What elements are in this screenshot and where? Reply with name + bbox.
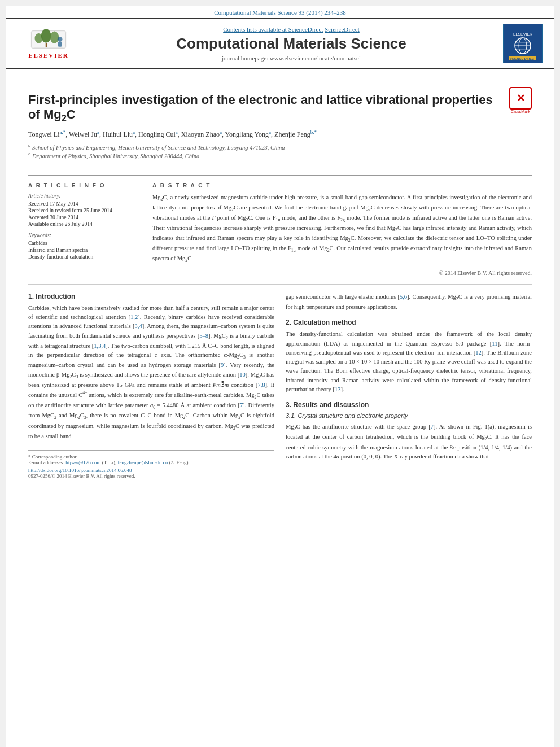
doi-link[interactable]: http://dx.doi.org/10.1016/j.commatsci.20… [28,468,274,473]
email-footnote: E-mail addresses: litjww@126.com (T. Li)… [28,460,274,465]
page: Computational Materials Science 93 (2014… [6,6,554,747]
email-feng[interactable]: fengzhenjie@shu.edu.cn [118,460,168,465]
elsevier-tree-icon [29,28,68,51]
crossmark-badge: ✕ CrossMark [509,87,532,113]
keyword-2: Infrared and Raman spectra [28,247,134,253]
online-date: Available online 26 July 2014 [28,221,134,227]
corresponding-author-note: * Corresponding author. [28,454,274,460]
svg-text:SCIENCE DIRECT: SCIENCE DIRECT [510,57,536,60]
history-label: Article history: [28,193,134,199]
copyright: © 2014 Elsevier B.V. All rights reserved… [152,270,532,276]
footnote-bar: * Corresponding author. E-mail addresses… [28,450,274,479]
authors: Tongwei Lia,*, Weiwei Jua, Huihui Liua, … [28,129,532,139]
journal-badge-area: ELSEVIER SCIENCE DIRECT [500,24,545,63]
elsevier-logo: ELSEVIER [20,27,77,60]
results-heading: 3. Results and discussion [286,401,532,409]
svg-rect-7 [58,42,62,47]
svg-point-6 [58,37,63,42]
journal-homepage: journal homepage: www.elsevier.com/locat… [88,55,495,62]
affiliations: a School of Physics and Engineering, Hen… [28,142,532,159]
article-info-title: A R T I C L E I N F O [28,182,134,189]
email-li[interactable]: litjww@126.com [65,460,101,465]
results-sub-heading: 3.1. Crystal structure and electronic pr… [286,412,532,419]
affiliation-b: b Department of Physics, Shanghai Univer… [28,151,532,159]
elsevier-wordmark: ELSEVIER [28,52,69,59]
svg-text:ELSEVIER: ELSEVIER [513,32,532,36]
accepted-date: Accepted 30 June 2014 [28,215,134,220]
svg-point-3 [50,32,59,43]
calc-method-heading: 2. Calculation method [286,318,532,326]
keyword-3: Density-functional calculation [28,254,134,260]
received-date: Received 17 May 2014 [28,201,134,207]
sciencedirect-url[interactable]: ScienceDirect [325,26,360,33]
body-divider [28,284,532,285]
calc-method-text: The density-functional calculation was o… [286,330,532,394]
elsevier-badge-icon: ELSEVIER SCIENCE DIRECT [504,24,542,63]
gap-text: gap semiconductor with large elastic mod… [286,292,532,312]
elsevier-badge: ELSEVIER SCIENCE DIRECT [503,24,542,63]
intro-heading: 1. Introduction [28,292,274,300]
revised-date: Received in revised form 25 June 2014 [28,208,134,213]
svg-rect-4 [46,43,47,47]
right-column: gap semiconductor with large elastic mod… [286,292,532,479]
left-column: 1. Introduction Carbides, which have bee… [28,292,274,479]
svg-point-2 [41,29,51,43]
abstract-text: Mg2C, a newly synthesized magnesium carb… [152,193,532,264]
section-divider [28,167,532,167]
keyword-1: Carbides [28,241,134,246]
journal-title: Computational Materials Science [88,35,495,53]
body-columns: 1. Introduction Carbides, which have bee… [28,292,532,479]
doi-url[interactable]: http://dx.doi.org/10.1016/j.commatsci.20… [28,468,132,473]
results-text: Mg2C has the antifluorite structure with… [286,422,532,461]
elsevier-logo-area: ELSEVIER [15,27,82,60]
main-content: First-principles investigation of the el… [6,69,554,490]
abstract-title: A B S T R A C T [152,182,532,189]
affiliation-a: a School of Physics and Engineering, Hen… [28,142,532,151]
abstract-section: A B S T R A C T Mg2C, a newly synthesize… [152,182,532,276]
sciencedirect-link[interactable]: Contents lists available at ScienceDirec… [88,26,495,33]
article-info: A R T I C L E I N F O Article history: R… [28,182,141,276]
journal-header: ELSEVIER Contents lists available at Sci… [6,18,554,69]
keywords-label: Keywords: [28,233,134,238]
issn-text: 0927-0256/© 2014 Elsevier B.V. All right… [28,473,274,479]
journal-title-area: Contents lists available at ScienceDirec… [88,26,495,62]
article-title: First-principles investigation of the el… [28,93,504,124]
article-body: A R T I C L E I N F O Article history: R… [28,175,532,276]
journal-reference: Computational Materials Science 93 (2014… [6,6,554,18]
intro-text: Carbides, which have been intensively st… [28,304,274,441]
